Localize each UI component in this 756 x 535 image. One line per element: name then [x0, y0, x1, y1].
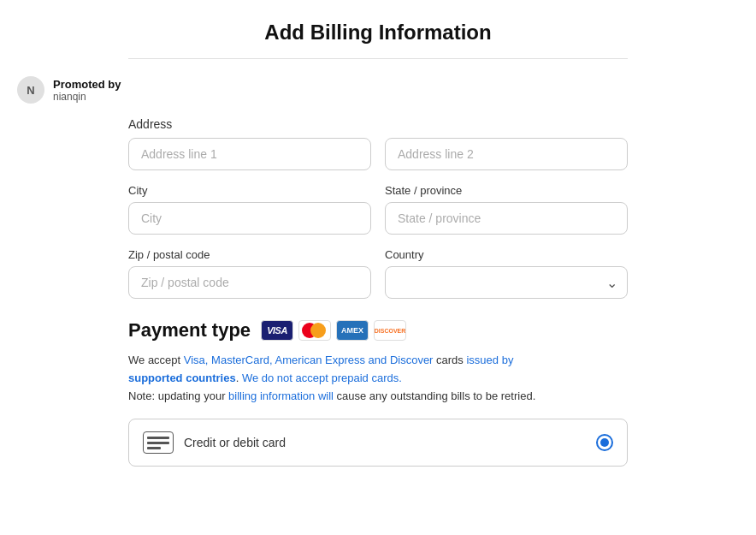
promoted-by-section: N Promoted by nianqin [0, 76, 756, 117]
will-link: will [318, 389, 334, 402]
page-container: Add Billing Information N Promoted by ni… [0, 0, 756, 501]
credit-debit-label: Credit or debit card [184, 436, 286, 449]
address-line1-input[interactable] [128, 138, 371, 170]
payment-description: We accept Visa, MasterCard, American Exp… [128, 352, 628, 405]
supported-countries-link: supported countries [128, 372, 236, 384]
billing-info-link: billing information [228, 389, 315, 402]
city-label: City [128, 184, 371, 197]
zip-input[interactable] [128, 266, 371, 299]
zip-col: Zip / postal code [128, 248, 371, 299]
city-input[interactable] [128, 202, 371, 235]
city-state-row: City State / province [128, 184, 628, 235]
address-form-section: Address City State / province Zip / post… [0, 117, 756, 299]
issued-by-link: issued by [466, 354, 513, 366]
credit-card-icon [143, 431, 174, 454]
address-line2-input[interactable] [385, 138, 628, 170]
discover-icon: DISCOVER [374, 320, 406, 341]
payment-option-row[interactable]: Credit or debit card [128, 419, 628, 467]
page-title: Add Billing Information [0, 0, 756, 58]
state-col: State / province [385, 184, 628, 235]
promoted-label: Promoted by [53, 78, 121, 91]
mc-circle-right [310, 323, 326, 338]
country-select-wrapper: United States Canada United Kingdom Aust… [385, 266, 628, 299]
visa-mc-amex-link: Visa, MasterCard, American Express and D… [184, 354, 434, 366]
mastercard-icon [298, 320, 331, 341]
radio-button-selected[interactable] [596, 434, 613, 451]
address-line1-wrapper [128, 138, 371, 170]
state-input[interactable] [385, 202, 628, 235]
avatar: N [17, 76, 44, 104]
promoted-name: nianqin [53, 91, 121, 103]
promoted-text: Promoted by nianqin [53, 78, 121, 103]
payment-title: Payment type [128, 319, 251, 342]
zip-label: Zip / postal code [128, 248, 371, 261]
address-line2-wrapper [385, 138, 628, 170]
amex-icon: AMEX [336, 320, 369, 341]
payment-section: Payment type VISA AMEX DISCOVER We accep… [0, 319, 756, 467]
country-label: Country [385, 248, 628, 261]
country-col: Country United States Canada United King… [385, 248, 628, 299]
visa-icon: VISA [261, 320, 293, 341]
zip-country-row: Zip / postal code Country United States … [128, 248, 628, 299]
radio-inner-dot [600, 438, 609, 447]
no-prepaid-link: We do not accept prepaid cards. [242, 372, 402, 384]
state-label: State / province [385, 184, 628, 197]
divider-top [128, 58, 628, 59]
address-line-row [128, 138, 628, 170]
card-icons: VISA AMEX DISCOVER [261, 320, 406, 341]
address-label: Address [128, 117, 628, 131]
country-select[interactable]: United States Canada United Kingdom Aust… [385, 266, 628, 299]
payment-header: Payment type VISA AMEX DISCOVER [128, 319, 628, 342]
city-col: City [128, 184, 371, 235]
payment-option-left: Credit or debit card [143, 431, 286, 454]
